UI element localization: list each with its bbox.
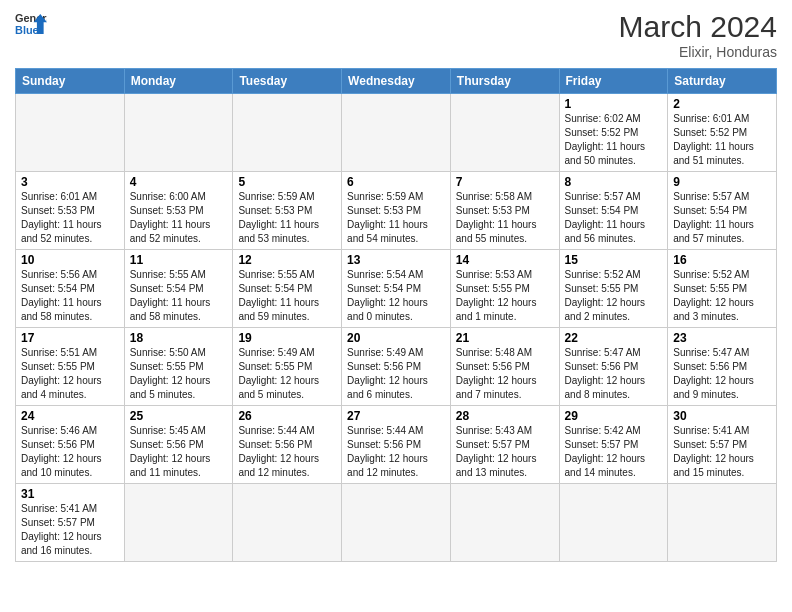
day-number: 29 [565, 409, 663, 423]
day-number: 31 [21, 487, 119, 501]
day-number: 20 [347, 331, 445, 345]
calendar-cell: 29Sunrise: 5:42 AM Sunset: 5:57 PM Dayli… [559, 406, 668, 484]
day-info: Sunrise: 5:44 AM Sunset: 5:56 PM Dayligh… [238, 424, 336, 480]
day-number: 14 [456, 253, 554, 267]
day-of-week-header: Friday [559, 69, 668, 94]
day-info: Sunrise: 5:41 AM Sunset: 5:57 PM Dayligh… [673, 424, 771, 480]
calendar-cell: 20Sunrise: 5:49 AM Sunset: 5:56 PM Dayli… [342, 328, 451, 406]
calendar-cell: 16Sunrise: 5:52 AM Sunset: 5:55 PM Dayli… [668, 250, 777, 328]
day-info: Sunrise: 5:47 AM Sunset: 5:56 PM Dayligh… [565, 346, 663, 402]
day-of-week-header: Sunday [16, 69, 125, 94]
calendar-cell [124, 94, 233, 172]
day-info: Sunrise: 5:55 AM Sunset: 5:54 PM Dayligh… [238, 268, 336, 324]
calendar-cell [16, 94, 125, 172]
calendar-cell: 10Sunrise: 5:56 AM Sunset: 5:54 PM Dayli… [16, 250, 125, 328]
week-row: 24Sunrise: 5:46 AM Sunset: 5:56 PM Dayli… [16, 406, 777, 484]
calendar-cell: 12Sunrise: 5:55 AM Sunset: 5:54 PM Dayli… [233, 250, 342, 328]
calendar-cell [342, 94, 451, 172]
calendar-table: SundayMondayTuesdayWednesdayThursdayFrid… [15, 68, 777, 562]
day-number: 1 [565, 97, 663, 111]
calendar-cell: 5Sunrise: 5:59 AM Sunset: 5:53 PM Daylig… [233, 172, 342, 250]
day-number: 24 [21, 409, 119, 423]
day-info: Sunrise: 5:42 AM Sunset: 5:57 PM Dayligh… [565, 424, 663, 480]
day-info: Sunrise: 5:41 AM Sunset: 5:57 PM Dayligh… [21, 502, 119, 558]
day-of-week-header: Thursday [450, 69, 559, 94]
day-info: Sunrise: 6:01 AM Sunset: 5:53 PM Dayligh… [21, 190, 119, 246]
calendar-cell: 27Sunrise: 5:44 AM Sunset: 5:56 PM Dayli… [342, 406, 451, 484]
calendar-cell [559, 484, 668, 562]
calendar-cell: 9Sunrise: 5:57 AM Sunset: 5:54 PM Daylig… [668, 172, 777, 250]
day-info: Sunrise: 5:59 AM Sunset: 5:53 PM Dayligh… [347, 190, 445, 246]
day-info: Sunrise: 5:57 AM Sunset: 5:54 PM Dayligh… [673, 190, 771, 246]
week-row: 31Sunrise: 5:41 AM Sunset: 5:57 PM Dayli… [16, 484, 777, 562]
day-number: 3 [21, 175, 119, 189]
day-info: Sunrise: 6:01 AM Sunset: 5:52 PM Dayligh… [673, 112, 771, 168]
calendar-cell [668, 484, 777, 562]
day-info: Sunrise: 6:02 AM Sunset: 5:52 PM Dayligh… [565, 112, 663, 168]
calendar-cell [233, 484, 342, 562]
month-year-title: March 2024 [619, 10, 777, 44]
logo: General Blue [15, 10, 47, 38]
day-number: 15 [565, 253, 663, 267]
day-number: 18 [130, 331, 228, 345]
location-subtitle: Elixir, Honduras [619, 44, 777, 60]
calendar-cell: 11Sunrise: 5:55 AM Sunset: 5:54 PM Dayli… [124, 250, 233, 328]
week-row: 3Sunrise: 6:01 AM Sunset: 5:53 PM Daylig… [16, 172, 777, 250]
day-of-week-header: Wednesday [342, 69, 451, 94]
day-number: 8 [565, 175, 663, 189]
week-row: 17Sunrise: 5:51 AM Sunset: 5:55 PM Dayli… [16, 328, 777, 406]
day-of-week-header: Tuesday [233, 69, 342, 94]
day-info: Sunrise: 5:50 AM Sunset: 5:55 PM Dayligh… [130, 346, 228, 402]
day-number: 16 [673, 253, 771, 267]
day-info: Sunrise: 5:48 AM Sunset: 5:56 PM Dayligh… [456, 346, 554, 402]
day-info: Sunrise: 5:52 AM Sunset: 5:55 PM Dayligh… [673, 268, 771, 324]
calendar-page: General Blue March 2024 Elixir, Honduras… [0, 0, 792, 612]
day-number: 21 [456, 331, 554, 345]
calendar-cell [342, 484, 451, 562]
day-info: Sunrise: 6:00 AM Sunset: 5:53 PM Dayligh… [130, 190, 228, 246]
calendar-cell: 15Sunrise: 5:52 AM Sunset: 5:55 PM Dayli… [559, 250, 668, 328]
day-number: 12 [238, 253, 336, 267]
day-number: 5 [238, 175, 336, 189]
calendar-cell: 7Sunrise: 5:58 AM Sunset: 5:53 PM Daylig… [450, 172, 559, 250]
day-number: 13 [347, 253, 445, 267]
day-info: Sunrise: 5:49 AM Sunset: 5:56 PM Dayligh… [347, 346, 445, 402]
calendar-cell: 31Sunrise: 5:41 AM Sunset: 5:57 PM Dayli… [16, 484, 125, 562]
calendar-cell: 26Sunrise: 5:44 AM Sunset: 5:56 PM Dayli… [233, 406, 342, 484]
day-number: 2 [673, 97, 771, 111]
calendar-cell: 8Sunrise: 5:57 AM Sunset: 5:54 PM Daylig… [559, 172, 668, 250]
day-info: Sunrise: 5:54 AM Sunset: 5:54 PM Dayligh… [347, 268, 445, 324]
day-number: 28 [456, 409, 554, 423]
calendar-cell: 22Sunrise: 5:47 AM Sunset: 5:56 PM Dayli… [559, 328, 668, 406]
day-info: Sunrise: 5:47 AM Sunset: 5:56 PM Dayligh… [673, 346, 771, 402]
day-number: 26 [238, 409, 336, 423]
day-info: Sunrise: 5:43 AM Sunset: 5:57 PM Dayligh… [456, 424, 554, 480]
svg-text:Blue: Blue [15, 24, 39, 36]
day-info: Sunrise: 5:53 AM Sunset: 5:55 PM Dayligh… [456, 268, 554, 324]
page-header: General Blue March 2024 Elixir, Honduras [15, 10, 777, 60]
day-number: 17 [21, 331, 119, 345]
calendar-cell: 17Sunrise: 5:51 AM Sunset: 5:55 PM Dayli… [16, 328, 125, 406]
day-info: Sunrise: 5:49 AM Sunset: 5:55 PM Dayligh… [238, 346, 336, 402]
day-info: Sunrise: 5:55 AM Sunset: 5:54 PM Dayligh… [130, 268, 228, 324]
day-info: Sunrise: 5:44 AM Sunset: 5:56 PM Dayligh… [347, 424, 445, 480]
calendar-cell: 30Sunrise: 5:41 AM Sunset: 5:57 PM Dayli… [668, 406, 777, 484]
calendar-cell: 6Sunrise: 5:59 AM Sunset: 5:53 PM Daylig… [342, 172, 451, 250]
calendar-header-row: SundayMondayTuesdayWednesdayThursdayFrid… [16, 69, 777, 94]
logo-icon: General Blue [15, 10, 47, 38]
day-number: 11 [130, 253, 228, 267]
day-info: Sunrise: 5:46 AM Sunset: 5:56 PM Dayligh… [21, 424, 119, 480]
day-info: Sunrise: 5:59 AM Sunset: 5:53 PM Dayligh… [238, 190, 336, 246]
title-block: March 2024 Elixir, Honduras [619, 10, 777, 60]
week-row: 1Sunrise: 6:02 AM Sunset: 5:52 PM Daylig… [16, 94, 777, 172]
calendar-cell [233, 94, 342, 172]
calendar-cell: 13Sunrise: 5:54 AM Sunset: 5:54 PM Dayli… [342, 250, 451, 328]
calendar-cell: 3Sunrise: 6:01 AM Sunset: 5:53 PM Daylig… [16, 172, 125, 250]
calendar-cell: 19Sunrise: 5:49 AM Sunset: 5:55 PM Dayli… [233, 328, 342, 406]
day-of-week-header: Saturday [668, 69, 777, 94]
day-number: 19 [238, 331, 336, 345]
day-number: 10 [21, 253, 119, 267]
day-number: 25 [130, 409, 228, 423]
day-number: 7 [456, 175, 554, 189]
calendar-cell: 1Sunrise: 6:02 AM Sunset: 5:52 PM Daylig… [559, 94, 668, 172]
